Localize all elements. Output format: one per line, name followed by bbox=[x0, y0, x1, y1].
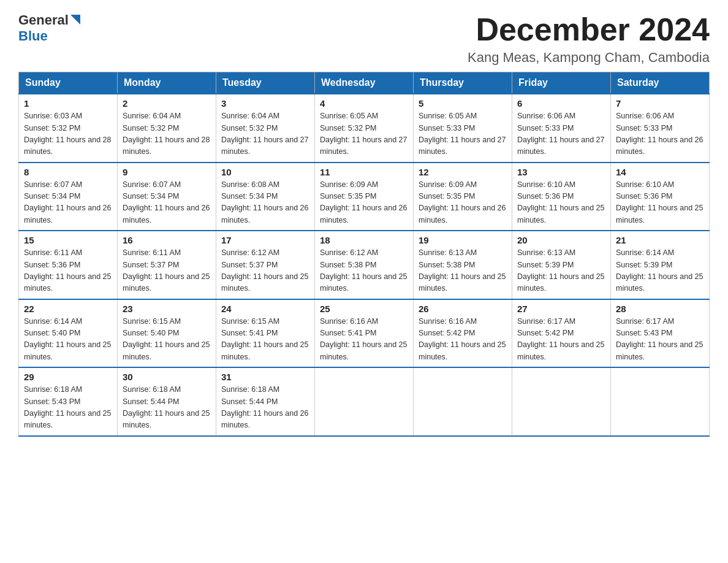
calendar-day-cell: 25Sunrise: 6:16 AMSunset: 5:41 PMDayligh… bbox=[315, 299, 414, 368]
day-number: 6 bbox=[517, 98, 605, 109]
col-header-saturday: Saturday bbox=[611, 72, 710, 94]
day-number: 4 bbox=[320, 98, 408, 109]
day-number: 24 bbox=[221, 304, 309, 314]
calendar-day-cell: 8Sunrise: 6:07 AMSunset: 5:34 PMDaylight… bbox=[19, 163, 118, 231]
page-header: General Blue December 2024 Kang Meas, Ka… bbox=[18, 12, 710, 66]
calendar-day-cell: 23Sunrise: 6:15 AMSunset: 5:40 PMDayligh… bbox=[118, 299, 216, 368]
calendar-empty-cell bbox=[414, 367, 512, 436]
day-info: Sunrise: 6:09 AMSunset: 5:35 PMDaylight:… bbox=[320, 179, 408, 227]
day-number: 9 bbox=[123, 167, 211, 177]
calendar-day-cell: 31Sunrise: 6:18 AMSunset: 5:44 PMDayligh… bbox=[216, 367, 315, 436]
calendar-day-cell: 28Sunrise: 6:17 AMSunset: 5:43 PMDayligh… bbox=[611, 299, 710, 368]
day-info: Sunrise: 6:15 AMSunset: 5:41 PMDaylight:… bbox=[221, 316, 309, 364]
calendar-day-cell: 3Sunrise: 6:04 AMSunset: 5:32 PMDaylight… bbox=[216, 94, 315, 163]
calendar-empty-cell bbox=[611, 367, 710, 436]
day-info: Sunrise: 6:06 AMSunset: 5:33 PMDaylight:… bbox=[616, 110, 704, 158]
calendar-day-cell: 16Sunrise: 6:11 AMSunset: 5:37 PMDayligh… bbox=[118, 231, 216, 299]
day-number: 31 bbox=[221, 372, 309, 382]
svg-marker-0 bbox=[70, 15, 80, 25]
day-number: 17 bbox=[221, 235, 309, 245]
day-info: Sunrise: 6:18 AMSunset: 5:44 PMDaylight:… bbox=[221, 384, 309, 432]
calendar-header-row: SundayMondayTuesdayWednesdayThursdayFrid… bbox=[19, 72, 710, 94]
day-info: Sunrise: 6:10 AMSunset: 5:36 PMDaylight:… bbox=[517, 179, 605, 227]
calendar-empty-cell bbox=[315, 367, 414, 436]
day-number: 18 bbox=[320, 235, 408, 245]
day-number: 27 bbox=[517, 304, 605, 314]
day-info: Sunrise: 6:18 AMSunset: 5:44 PMDaylight:… bbox=[123, 384, 211, 432]
day-number: 19 bbox=[419, 235, 507, 245]
day-info: Sunrise: 6:09 AMSunset: 5:35 PMDaylight:… bbox=[419, 179, 507, 227]
day-info: Sunrise: 6:11 AMSunset: 5:37 PMDaylight:… bbox=[123, 247, 211, 295]
day-info: Sunrise: 6:12 AMSunset: 5:37 PMDaylight:… bbox=[221, 247, 309, 295]
day-info: Sunrise: 6:13 AMSunset: 5:38 PMDaylight:… bbox=[419, 247, 507, 295]
day-number: 11 bbox=[320, 167, 408, 177]
day-info: Sunrise: 6:14 AMSunset: 5:39 PMDaylight:… bbox=[616, 247, 704, 295]
calendar-day-cell: 1Sunrise: 6:03 AMSunset: 5:32 PMDaylight… bbox=[19, 94, 118, 163]
day-info: Sunrise: 6:16 AMSunset: 5:42 PMDaylight:… bbox=[419, 316, 507, 364]
day-info: Sunrise: 6:16 AMSunset: 5:41 PMDaylight:… bbox=[320, 316, 408, 364]
calendar-week-row: 29Sunrise: 6:18 AMSunset: 5:43 PMDayligh… bbox=[19, 367, 710, 436]
col-header-monday: Monday bbox=[118, 72, 216, 94]
day-number: 2 bbox=[123, 98, 211, 109]
day-number: 10 bbox=[221, 167, 309, 177]
day-info: Sunrise: 6:07 AMSunset: 5:34 PMDaylight:… bbox=[24, 179, 112, 227]
day-number: 23 bbox=[123, 304, 211, 314]
day-info: Sunrise: 6:05 AMSunset: 5:33 PMDaylight:… bbox=[419, 110, 507, 158]
day-number: 12 bbox=[419, 167, 507, 177]
calendar-day-cell: 4Sunrise: 6:05 AMSunset: 5:32 PMDaylight… bbox=[315, 94, 414, 163]
day-info: Sunrise: 6:08 AMSunset: 5:34 PMDaylight:… bbox=[221, 179, 309, 227]
calendar-day-cell: 14Sunrise: 6:10 AMSunset: 5:36 PMDayligh… bbox=[611, 163, 710, 231]
col-header-thursday: Thursday bbox=[414, 72, 512, 94]
day-info: Sunrise: 6:05 AMSunset: 5:32 PMDaylight:… bbox=[320, 110, 408, 158]
calendar-day-cell: 26Sunrise: 6:16 AMSunset: 5:42 PMDayligh… bbox=[414, 299, 512, 368]
day-info: Sunrise: 6:10 AMSunset: 5:36 PMDaylight:… bbox=[616, 179, 704, 227]
day-number: 29 bbox=[24, 372, 112, 382]
day-number: 28 bbox=[616, 304, 704, 314]
calendar-week-row: 8Sunrise: 6:07 AMSunset: 5:34 PMDaylight… bbox=[19, 163, 710, 231]
calendar-empty-cell bbox=[512, 367, 611, 436]
calendar-week-row: 22Sunrise: 6:14 AMSunset: 5:40 PMDayligh… bbox=[19, 299, 710, 368]
day-number: 13 bbox=[517, 167, 605, 177]
calendar-day-cell: 20Sunrise: 6:13 AMSunset: 5:39 PMDayligh… bbox=[512, 231, 611, 299]
calendar-day-cell: 17Sunrise: 6:12 AMSunset: 5:37 PMDayligh… bbox=[216, 231, 315, 299]
day-info: Sunrise: 6:13 AMSunset: 5:39 PMDaylight:… bbox=[517, 247, 605, 295]
day-info: Sunrise: 6:07 AMSunset: 5:34 PMDaylight:… bbox=[123, 179, 211, 227]
calendar-day-cell: 18Sunrise: 6:12 AMSunset: 5:38 PMDayligh… bbox=[315, 231, 414, 299]
logo-arrow-icon bbox=[69, 13, 83, 27]
day-number: 21 bbox=[616, 235, 704, 245]
calendar-day-cell: 6Sunrise: 6:06 AMSunset: 5:33 PMDaylight… bbox=[512, 94, 611, 163]
calendar-day-cell: 7Sunrise: 6:06 AMSunset: 5:33 PMDaylight… bbox=[611, 94, 710, 163]
location-title: Kang Meas, Kampong Cham, Cambodia bbox=[468, 50, 710, 66]
day-info: Sunrise: 6:14 AMSunset: 5:40 PMDaylight:… bbox=[24, 316, 112, 364]
day-number: 3 bbox=[221, 98, 309, 109]
col-header-wednesday: Wednesday bbox=[315, 72, 414, 94]
calendar-day-cell: 9Sunrise: 6:07 AMSunset: 5:34 PMDaylight… bbox=[118, 163, 216, 231]
day-number: 5 bbox=[419, 98, 507, 109]
day-info: Sunrise: 6:06 AMSunset: 5:33 PMDaylight:… bbox=[517, 110, 605, 158]
day-info: Sunrise: 6:12 AMSunset: 5:38 PMDaylight:… bbox=[320, 247, 408, 295]
calendar-day-cell: 11Sunrise: 6:09 AMSunset: 5:35 PMDayligh… bbox=[315, 163, 414, 231]
day-info: Sunrise: 6:04 AMSunset: 5:32 PMDaylight:… bbox=[123, 110, 211, 158]
logo-blue-text: Blue bbox=[18, 28, 48, 44]
day-number: 30 bbox=[123, 372, 211, 382]
day-info: Sunrise: 6:18 AMSunset: 5:43 PMDaylight:… bbox=[24, 384, 112, 432]
calendar-week-row: 15Sunrise: 6:11 AMSunset: 5:36 PMDayligh… bbox=[19, 231, 710, 299]
col-header-sunday: Sunday bbox=[19, 72, 118, 94]
calendar-day-cell: 5Sunrise: 6:05 AMSunset: 5:33 PMDaylight… bbox=[414, 94, 512, 163]
title-block: December 2024 Kang Meas, Kampong Cham, C… bbox=[468, 12, 710, 66]
day-info: Sunrise: 6:15 AMSunset: 5:40 PMDaylight:… bbox=[123, 316, 211, 364]
calendar-table: SundayMondayTuesdayWednesdayThursdayFrid… bbox=[18, 72, 710, 437]
logo-general: General bbox=[18, 12, 69, 28]
calendar-day-cell: 19Sunrise: 6:13 AMSunset: 5:38 PMDayligh… bbox=[414, 231, 512, 299]
logo-text: General bbox=[18, 12, 83, 28]
day-info: Sunrise: 6:11 AMSunset: 5:36 PMDaylight:… bbox=[24, 247, 112, 295]
calendar-day-cell: 12Sunrise: 6:09 AMSunset: 5:35 PMDayligh… bbox=[414, 163, 512, 231]
calendar-day-cell: 27Sunrise: 6:17 AMSunset: 5:42 PMDayligh… bbox=[512, 299, 611, 368]
calendar-day-cell: 29Sunrise: 6:18 AMSunset: 5:43 PMDayligh… bbox=[19, 367, 118, 436]
calendar-day-cell: 24Sunrise: 6:15 AMSunset: 5:41 PMDayligh… bbox=[216, 299, 315, 368]
day-number: 8 bbox=[24, 167, 112, 177]
calendar-day-cell: 30Sunrise: 6:18 AMSunset: 5:44 PMDayligh… bbox=[118, 367, 216, 436]
calendar-day-cell: 15Sunrise: 6:11 AMSunset: 5:36 PMDayligh… bbox=[19, 231, 118, 299]
col-header-friday: Friday bbox=[512, 72, 611, 94]
calendar-week-row: 1Sunrise: 6:03 AMSunset: 5:32 PMDaylight… bbox=[19, 94, 710, 163]
